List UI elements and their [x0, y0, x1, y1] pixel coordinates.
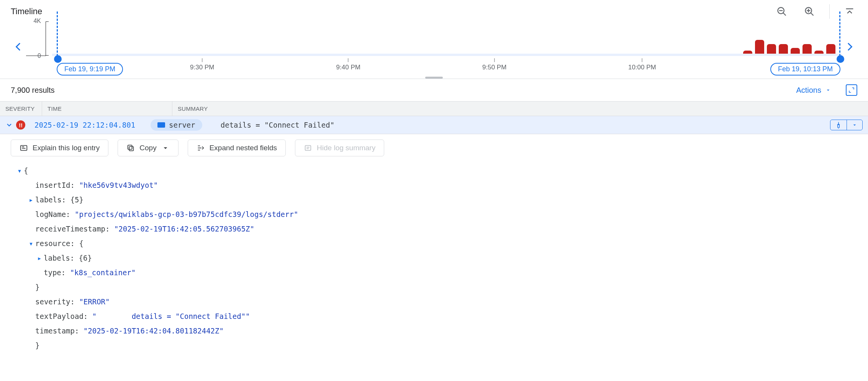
json-textPayload[interactable]: " details = "Connect Failed"" [92, 309, 250, 324]
summary-icon [304, 144, 312, 152]
svg-rect-9 [129, 146, 134, 151]
timeline-prev-button[interactable] [11, 35, 26, 58]
timeline-bar[interactable] [767, 44, 776, 54]
json-severity[interactable]: "ERROR" [79, 294, 110, 309]
svg-rect-14 [305, 146, 311, 151]
col-summary[interactable]: SUMMARY [172, 102, 868, 116]
svg-line-1 [783, 13, 786, 16]
xaxis-tick: 10:00 PM [628, 58, 656, 71]
log-summary-text: details = "Connect Failed" [221, 121, 334, 129]
log-detail-actions: Explain this log entry Copy Expand neste… [0, 134, 868, 162]
zoom-in-icon[interactable] [802, 4, 817, 19]
range-end-label[interactable]: Feb 19, 10:13 PM [770, 63, 840, 76]
copy-button[interactable]: Copy [118, 140, 178, 156]
json-toggle-resource-labels[interactable]: ▸ [35, 251, 44, 265]
timeline-bar[interactable] [755, 40, 764, 54]
range-start-handle[interactable] [57, 11, 58, 60]
copy-label: Copy [139, 144, 156, 152]
json-receiveTimestamp[interactable]: "2025-02-19T16:42:05.562703965Z" [114, 222, 254, 236]
timeline-yaxis: 4K 0 [26, 21, 46, 56]
timeline-title: Timeline [11, 7, 42, 16]
pin-log-button[interactable] [830, 120, 847, 130]
timeline-bar[interactable] [779, 44, 788, 54]
log-timestamp[interactable]: 2025-02-19 22:12:04.801 [34, 121, 135, 129]
results-bar: 7,900 results Actions [0, 79, 868, 102]
container-icon [157, 122, 165, 128]
json-insertId[interactable]: "hke56v9tv43wdyot" [79, 178, 158, 192]
json-toggle-resource[interactable]: ▾ [27, 236, 35, 251]
timeline-section: Timeline 4K 0 [0, 0, 868, 79]
collapse-panel-icon[interactable] [842, 4, 857, 19]
json-timestamp[interactable]: "2025-02-19T16:42:04.801182442Z" [84, 324, 224, 338]
json-resource-open: { [79, 236, 83, 251]
timeline-bar[interactable] [802, 44, 812, 54]
expand-nested-button[interactable]: Expand nested fields [188, 140, 286, 156]
log-table-header: SEVERITY TIME SUMMARY [0, 102, 868, 116]
timeline-bar[interactable] [743, 51, 752, 54]
expand-nested-label: Expand nested fields [210, 144, 277, 152]
timeline-chart[interactable]: 4K 0 9:30 PM9:40 PM9:50 PM10:00 PM Feb 1… [26, 20, 842, 74]
timeline-xaxis: 9:30 PM9:40 PM9:50 PM10:00 PM Feb 19, 9:… [52, 58, 842, 71]
chip-label: server [169, 121, 195, 129]
actions-label: Actions [796, 86, 821, 95]
timeline-bar[interactable] [814, 51, 824, 54]
timeline-bar[interactable] [791, 48, 800, 54]
hide-summary-button: Hide log summary [295, 140, 384, 156]
log-row[interactable]: !! 2025-02-19 22:12:04.801 server detail… [0, 116, 868, 134]
range-start-label[interactable]: Feb 19, 9:19 PM [57, 63, 123, 76]
zoom-out-icon[interactable] [774, 4, 789, 19]
panel-resize-handle[interactable] [425, 77, 443, 79]
results-count: 7,900 results [11, 86, 55, 95]
caret-down-icon [161, 144, 170, 152]
json-labels-summary[interactable]: {5} [70, 192, 84, 207]
yaxis-max: 4K [33, 18, 41, 25]
explain-log-button[interactable]: Explain this log entry [11, 140, 108, 156]
xaxis-tick: 9:50 PM [482, 58, 506, 71]
svg-line-4 [811, 13, 814, 16]
copy-icon [126, 144, 135, 152]
severity-error-icon: !! [16, 120, 25, 130]
actions-menu-button[interactable]: Actions [796, 86, 831, 95]
range-end-handle[interactable] [839, 11, 840, 60]
svg-rect-10 [128, 145, 132, 149]
timeline-next-button[interactable] [842, 35, 857, 58]
timeline-baseline [52, 54, 842, 56]
json-toggle[interactable]: ▾ [15, 163, 24, 178]
resource-chip[interactable]: server [151, 119, 202, 131]
expand-row-toggle[interactable] [5, 121, 16, 129]
json-toggle-labels[interactable]: ▸ [27, 192, 35, 207]
log-row-more-button[interactable] [847, 120, 862, 130]
log-json-tree: ▾{ insertId: "hke56v9tv43wdyot" ▸labels:… [0, 162, 868, 360]
caret-down-icon [825, 87, 831, 93]
hide-summary-label: Hide log summary [317, 144, 375, 152]
divider [829, 4, 830, 19]
xaxis-tick: 9:30 PM [190, 58, 214, 71]
timeline-plot[interactable] [52, 21, 842, 56]
json-resource-labels-summary[interactable]: {6} [79, 251, 92, 265]
explain-label: Explain this log entry [33, 144, 100, 152]
expand-icon [197, 144, 205, 152]
json-resource-type[interactable]: "k8s_container" [70, 265, 136, 280]
xaxis-tick: 9:40 PM [336, 58, 360, 71]
yaxis-min: 0 [38, 53, 41, 59]
json-logName[interactable]: "projects/qwiklabs-gcp-03-b97b75cdfc39/l… [75, 207, 298, 222]
col-time[interactable]: TIME [42, 102, 172, 116]
fullscreen-toggle-button[interactable] [846, 84, 857, 96]
explain-icon [20, 144, 28, 152]
timeline-bar[interactable] [826, 44, 835, 54]
col-severity[interactable]: SEVERITY [0, 102, 42, 116]
